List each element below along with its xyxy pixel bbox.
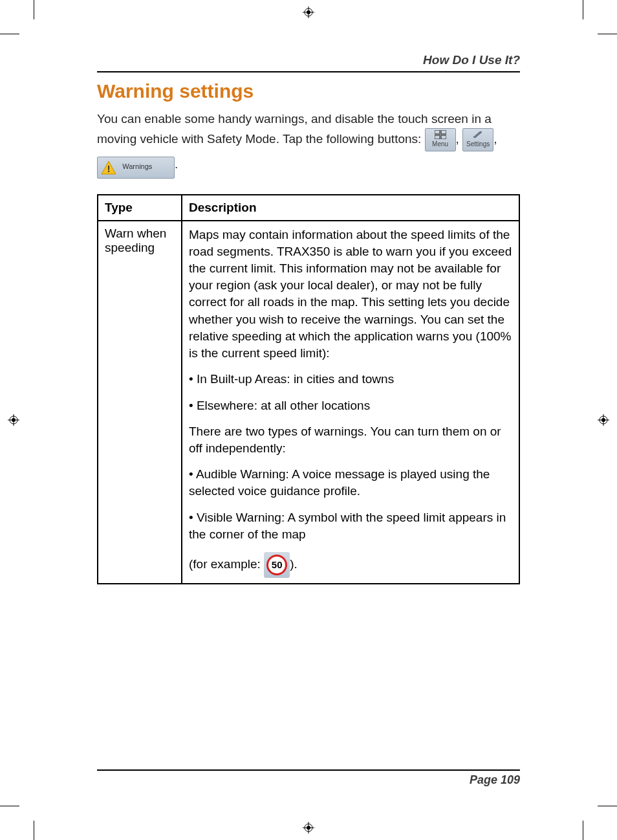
intro-period: . [175,157,178,171]
table-row: Warn when speeding Maps may contain info… [98,221,519,584]
table-header-type: Type [98,195,182,221]
intro-paragraph: You can enable some handy warnings, and … [97,110,520,179]
desc-p1: Maps may contain information about the s… [189,227,512,362]
table-header-description: Description [182,195,519,221]
registration-mark-icon [303,822,314,834]
wrench-icon [466,130,490,140]
speed-limit-sign-icon: 50 [264,552,290,578]
separator-comma: , [456,132,463,146]
warning-triangle-icon: ! [100,160,117,177]
desc-p6: • Visible Warning: A symbol with the spe… [189,509,512,543]
registration-mark-icon [598,414,609,426]
settings-button[interactable]: Settings [462,128,493,151]
desc-p4: There are two types of warnings. You can… [189,423,512,457]
svg-text:!: ! [107,164,111,174]
cell-description: Maps may contain information about the s… [182,221,519,584]
settings-button-label: Settings [466,140,490,148]
cell-type: Warn when speeding [98,221,182,584]
svg-rect-16 [435,130,440,134]
desc-p3: • Elsewhere: at all other locations [189,397,512,414]
registration-mark-icon [8,414,19,426]
header-section-title: How Do I Use It? [97,53,520,71]
desc-p2: • In Built-up Areas: in cities and towns [189,371,512,388]
page-number: Page 109 [470,773,520,787]
grid-icon [428,130,453,140]
separator-comma: , [493,132,497,146]
desc-p5: • Audible Warning: A voice message is pl… [189,466,512,500]
desc-p7: (for example: 50 ). [189,552,512,578]
menu-button[interactable]: Menu [425,128,456,151]
settings-table: Type Description Warn when speeding Maps… [97,194,520,585]
page-heading: Warning settings [97,80,520,102]
warnings-button-label: Warnings [122,162,152,170]
menu-button-label: Menu [428,140,453,148]
svg-rect-17 [441,130,446,134]
desc-p7-suffix: ). [290,557,298,571]
speed-limit-value: 50 [266,555,287,575]
desc-p7-prefix: (for example: [189,557,264,571]
svg-rect-19 [441,135,446,139]
svg-rect-18 [435,135,440,139]
registration-mark-icon [303,6,314,18]
warnings-button[interactable]: ! Warnings [97,157,175,179]
